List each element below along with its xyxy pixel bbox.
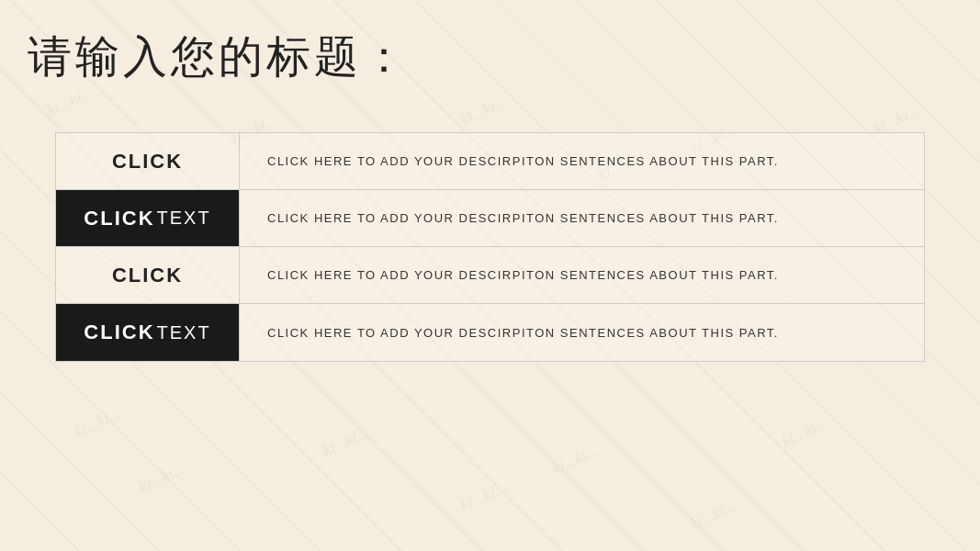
row2-label[interactable]: CLICK TEXT <box>56 190 240 246</box>
table-row: CLICK CLICK HERE TO ADD YOUR DESCIRPITON… <box>56 247 924 304</box>
row2-label-sub: TEXT <box>157 208 211 229</box>
table-row: CLICK CLICK HERE TO ADD YOUR DESCIRPITON… <box>56 133 924 190</box>
row4-label-main: CLICK <box>84 320 154 344</box>
watermark-text: ki...ki... <box>72 404 124 442</box>
row1-label[interactable]: CLICK <box>56 133 240 189</box>
watermark-text: ki...ki... <box>136 459 188 497</box>
main-table: CLICK CLICK HERE TO ADD YOUR DESCIRPITON… <box>55 132 925 362</box>
watermark-text: ki...ki... <box>549 441 602 478</box>
row2-description[interactable]: CLICK HERE TO ADD YOUR DESCIRPITON SENTE… <box>240 190 924 246</box>
row2-label-main: CLICK <box>84 207 154 231</box>
row1-description[interactable]: CLICK HERE TO ADD YOUR DESCIRPITON SENTE… <box>240 133 924 189</box>
row1-label-main: CLICK <box>112 150 183 174</box>
table-row: CLICK TEXT CLICK HERE TO ADD YOUR DESCIR… <box>56 190 924 247</box>
watermark-text: ki...ki... <box>457 478 510 515</box>
watermark-text: ki...ki... <box>320 422 372 460</box>
row4-label[interactable]: CLICK TEXT <box>56 304 240 361</box>
watermark-text: ki...ki... <box>687 496 739 534</box>
row4-label-sub: TEXT <box>157 322 211 343</box>
row4-description[interactable]: CLICK HERE TO ADD YOUR DESCIRPITON SENTE… <box>240 304 924 361</box>
row3-description[interactable]: CLICK HERE TO ADD YOUR DESCIRPITON SENTE… <box>240 247 924 303</box>
page-title: 请输入您的标题： <box>0 0 980 105</box>
watermark-text: ki...ki... <box>779 413 831 451</box>
table-row: CLICK TEXT CLICK HERE TO ADD YOUR DESCIR… <box>56 304 924 361</box>
row3-label-main: CLICK <box>112 264 183 287</box>
row3-label[interactable]: CLICK <box>56 247 240 303</box>
